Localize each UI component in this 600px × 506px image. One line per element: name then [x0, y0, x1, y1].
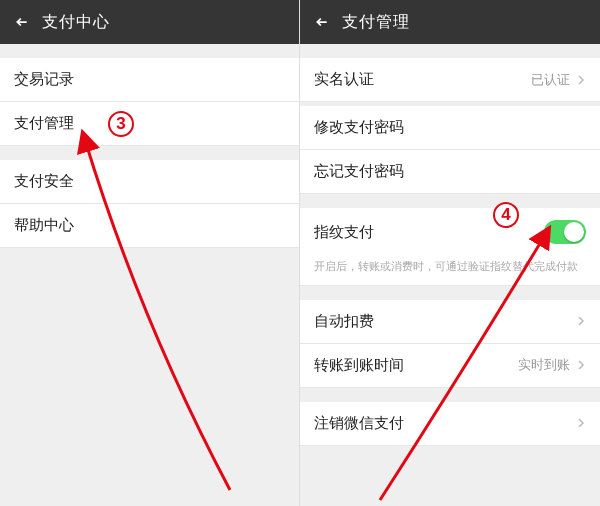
item-deregister[interactable]: 注销微信支付 — [300, 402, 600, 446]
cell-label: 交易记录 — [14, 70, 74, 89]
annotation-step-4: 4 — [493, 202, 519, 228]
back-icon[interactable] — [8, 0, 36, 44]
back-icon[interactable] — [308, 0, 336, 44]
header-bar: 支付中心 — [0, 0, 299, 44]
cell-label: 修改支付密码 — [314, 118, 404, 137]
chevron-right-icon — [576, 418, 586, 428]
cell-label: 支付安全 — [14, 172, 74, 191]
payment-management-screen: 支付管理 实名认证 已认证 修改支付密码 忘记支付密码 指纹支付 — [300, 0, 600, 506]
cell-label: 自动扣费 — [314, 312, 374, 331]
chevron-right-icon — [576, 360, 586, 370]
cell-label: 转账到账时间 — [314, 356, 404, 375]
status-text: 实时到账 — [518, 356, 570, 374]
item-change-password[interactable]: 修改支付密码 — [300, 106, 600, 150]
list: 实名认证 已认证 修改支付密码 忘记支付密码 指纹支付 开启后，转账或消费时，可… — [300, 44, 600, 506]
status-text: 已认证 — [531, 71, 570, 89]
item-help-center[interactable]: 帮助中心 — [0, 204, 299, 248]
list: 交易记录 支付管理 支付安全 帮助中心 — [0, 44, 299, 506]
cell-label: 支付管理 — [14, 114, 74, 133]
cell-label: 指纹支付 — [314, 223, 374, 242]
fingerprint-desc: 开启后，转账或消费时，可通过验证指纹替代完成付款 — [300, 256, 600, 286]
cell-label: 实名认证 — [314, 70, 374, 89]
cell-label: 帮助中心 — [14, 216, 74, 235]
chevron-right-icon — [576, 75, 586, 85]
item-payment-security[interactable]: 支付安全 — [0, 160, 299, 204]
page-title: 支付中心 — [42, 12, 110, 33]
cell-label: 忘记支付密码 — [314, 162, 404, 181]
cell-label: 注销微信支付 — [314, 414, 404, 433]
annotation-step-3: 3 — [108, 111, 134, 137]
fingerprint-toggle[interactable] — [544, 220, 586, 244]
item-transfer-timing[interactable]: 转账到账时间 实时到账 — [300, 344, 600, 388]
page-title: 支付管理 — [342, 12, 410, 33]
item-transactions[interactable]: 交易记录 — [0, 58, 299, 102]
item-payment-management[interactable]: 支付管理 — [0, 102, 299, 146]
payment-center-screen: 支付中心 交易记录 支付管理 支付安全 帮助中心 — [0, 0, 300, 506]
item-real-name-auth[interactable]: 实名认证 已认证 — [300, 58, 600, 102]
item-forgot-password[interactable]: 忘记支付密码 — [300, 150, 600, 194]
chevron-right-icon — [576, 316, 586, 326]
item-fingerprint-pay[interactable]: 指纹支付 — [300, 208, 600, 256]
header-bar: 支付管理 — [300, 0, 600, 44]
item-auto-deduct[interactable]: 自动扣费 — [300, 300, 600, 344]
